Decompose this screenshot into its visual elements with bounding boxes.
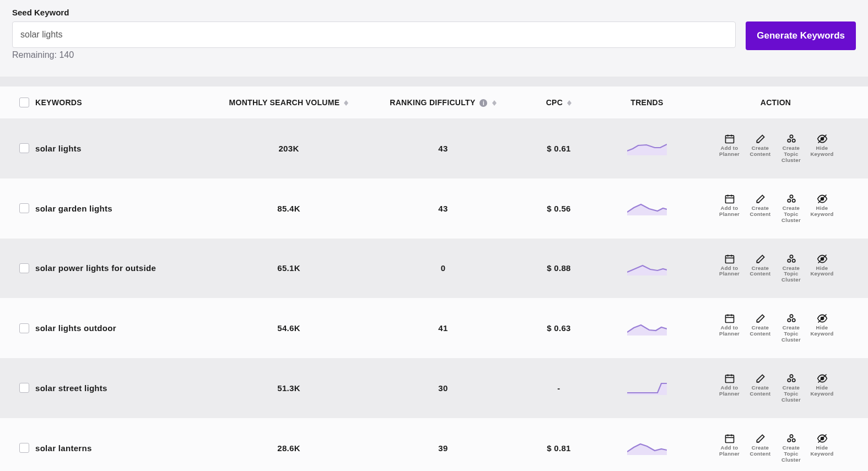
row-checkbox[interactable] — [19, 383, 29, 393]
add-to-planner-button[interactable]: Add to Planner — [716, 313, 743, 343]
seed-keyword-input[interactable] — [12, 21, 736, 48]
create-topic-cluster-button[interactable]: Create Topic Cluster — [778, 193, 805, 224]
difficulty-cell: 41 — [366, 323, 520, 333]
create-topic-cluster-button[interactable]: Create Topic Cluster — [778, 253, 805, 284]
create-topic-cluster-button[interactable]: Create Topic Cluster — [778, 433, 805, 463]
trend-sparkline-icon — [627, 321, 667, 335]
hide-keyword-button[interactable]: Hide Keyword — [809, 193, 835, 224]
svg-point-26 — [788, 259, 790, 262]
add-to-planner-button[interactable]: Add to Planner — [716, 373, 743, 403]
hide-keyword-button[interactable]: Hide Keyword — [809, 313, 835, 343]
edit-icon — [755, 133, 766, 144]
svg-marker-20 — [627, 266, 667, 275]
keyword-text: solar lights — [35, 144, 82, 153]
svg-rect-41 — [725, 375, 734, 382]
svg-point-25 — [790, 255, 792, 258]
difficulty-text: 43 — [438, 204, 448, 213]
create-content-button[interactable]: Create Content — [747, 373, 774, 403]
create-topic-cluster-button[interactable]: Create Topic Cluster — [778, 133, 805, 164]
hide-keyword-button[interactable]: Hide Keyword — [809, 373, 835, 403]
action-label: Create Content — [747, 266, 774, 278]
header-action: ACTION — [697, 98, 855, 107]
keyword-text: solar lights outdoor — [35, 323, 116, 333]
row-checkbox[interactable] — [19, 443, 29, 453]
svg-point-5 — [790, 135, 792, 138]
header-difficulty[interactable]: RANKING DIFFICULTY i — [366, 98, 520, 107]
keyword-cell: solar lights outdoor — [35, 323, 212, 333]
row-checkbox[interactable] — [19, 323, 29, 333]
header-volume[interactable]: MONTHLY SEARCH VOLUME — [212, 98, 366, 107]
volume-cell: 85.4K — [212, 204, 366, 213]
create-content-button[interactable]: Create Content — [747, 253, 774, 284]
row-checkbox[interactable] — [19, 263, 29, 273]
edit-icon — [755, 433, 766, 444]
create-content-button[interactable]: Create Content — [747, 313, 774, 343]
svg-point-57 — [792, 438, 795, 441]
edit-icon — [755, 373, 766, 384]
cluster-icon — [786, 253, 797, 264]
action-cell: Add to PlannerCreate ContentCreate Topic… — [697, 313, 855, 343]
select-all-checkbox[interactable] — [19, 98, 29, 107]
keyword-text: solar lanterns — [35, 443, 92, 453]
sort-icon — [344, 100, 348, 106]
svg-point-7 — [792, 139, 795, 142]
difficulty-cell: 43 — [366, 144, 520, 153]
row-checkbox-cell — [13, 383, 35, 393]
edit-icon — [755, 193, 766, 204]
create-content-button[interactable]: Create Content — [747, 133, 774, 164]
svg-point-55 — [790, 435, 792, 437]
volume-text: 85.4K — [277, 204, 300, 213]
difficulty-cell: 43 — [366, 204, 520, 213]
header-difficulty-label: RANKING DIFFICULTY — [390, 98, 475, 107]
volume-text: 65.1K — [277, 263, 300, 273]
calendar-icon — [724, 313, 735, 324]
svg-point-45 — [790, 375, 792, 377]
trend-sparkline-icon — [627, 381, 667, 395]
create-content-button[interactable]: Create Content — [747, 193, 774, 224]
difficulty-cell: 0 — [366, 263, 520, 273]
add-to-planner-button[interactable]: Add to Planner — [716, 133, 743, 164]
header-cpc[interactable]: CPC — [520, 98, 597, 107]
header-keywords[interactable]: KEYWORDS — [35, 98, 212, 107]
seed-input-wrap: Remaining: 140 — [12, 21, 736, 60]
trend-cell — [597, 381, 697, 395]
svg-rect-51 — [725, 435, 734, 442]
add-to-planner-button[interactable]: Add to Planner — [716, 433, 743, 463]
header-cpc-label: CPC — [546, 98, 563, 107]
hide-keyword-button[interactable]: Hide Keyword — [809, 253, 835, 284]
sort-icon — [492, 100, 497, 106]
row-checkbox[interactable] — [19, 203, 29, 213]
calendar-icon — [724, 193, 735, 204]
hide-keyword-button[interactable]: Hide Keyword — [809, 433, 835, 463]
add-to-planner-button[interactable]: Add to Planner — [716, 193, 743, 224]
volume-cell: 54.6K — [212, 323, 366, 333]
cpc-text: $ 0.63 — [547, 323, 571, 333]
action-label: Create Content — [747, 385, 774, 397]
cpc-text: - — [557, 383, 560, 393]
keyword-cell: solar power lights for outside — [35, 263, 212, 273]
volume-cell: 51.3K — [212, 383, 366, 393]
hide-keyword-button[interactable]: Hide Keyword — [809, 133, 835, 164]
edit-icon — [755, 313, 766, 324]
action-label: Create Topic Cluster — [778, 266, 805, 284]
action-label: Create Topic Cluster — [778, 145, 805, 164]
keyword-cell: solar street lights — [35, 383, 212, 393]
svg-point-15 — [790, 195, 792, 198]
calendar-icon — [724, 253, 735, 264]
cpc-cell: $ 0.56 — [520, 204, 597, 213]
header-volume-label: MONTHLY SEARCH VOLUME — [229, 98, 340, 107]
action-label: Hide Keyword — [809, 385, 835, 397]
create-content-button[interactable]: Create Content — [747, 433, 774, 463]
row-checkbox[interactable] — [19, 143, 29, 153]
add-to-planner-button[interactable]: Add to Planner — [716, 253, 743, 284]
info-icon[interactable]: i — [479, 99, 487, 107]
generate-keywords-button[interactable]: Generate Keywords — [746, 21, 856, 50]
action-label: Hide Keyword — [809, 266, 835, 278]
header-trends: TRENDS — [597, 98, 697, 107]
row-checkbox-cell — [13, 263, 35, 273]
cpc-cell: $ 0.88 — [520, 263, 597, 273]
cpc-cell: $ 0.63 — [520, 323, 597, 333]
create-topic-cluster-button[interactable]: Create Topic Cluster — [778, 373, 805, 403]
trend-sparkline-icon — [627, 441, 667, 455]
create-topic-cluster-button[interactable]: Create Topic Cluster — [778, 313, 805, 343]
